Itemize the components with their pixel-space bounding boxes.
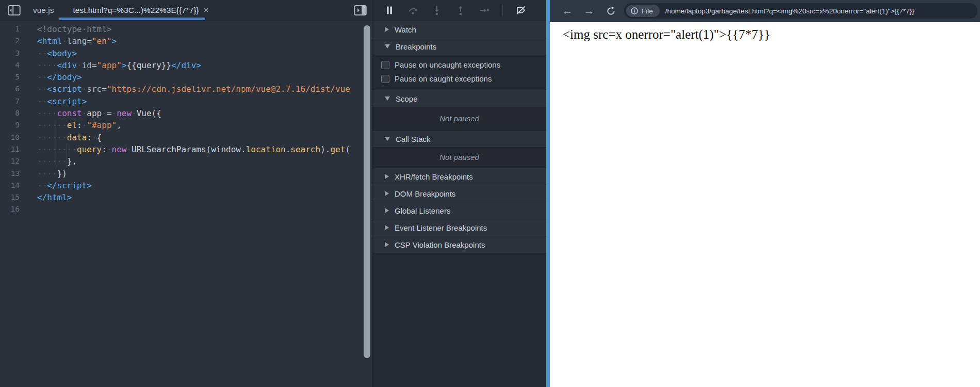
section-csp-violation-breakpoints[interactable]: CSP Violation Breakpoints (372, 236, 546, 253)
line-number[interactable]: 14 (0, 180, 20, 191)
line-number[interactable]: 10 (0, 132, 20, 143)
code-text: ··</body> (20, 71, 82, 83)
code-line[interactable]: 15</html> (0, 191, 372, 203)
code-text: <html·lang="en"> (20, 35, 117, 47)
code-text: ········query:·new·URLSearchParams(windo… (20, 143, 350, 155)
section-label: XHR/fetch Breakpoints (395, 172, 473, 181)
close-tab-icon[interactable]: × (204, 5, 209, 15)
chevron-down-icon (385, 137, 390, 141)
section-label: Breakpoints (396, 42, 436, 51)
scheme-label: File (642, 7, 653, 15)
code-text: </html> (20, 191, 72, 203)
url-text: /home/laptop3/garbage/test.html?q=<img%2… (665, 7, 914, 15)
code-line[interactable]: 9······el:·"#app", (0, 119, 372, 131)
tab-vuejs[interactable]: vue.js (22, 0, 66, 21)
reload-button[interactable] (602, 6, 619, 16)
code-text: ····}) (20, 168, 67, 180)
section-watch[interactable]: Watch (372, 21, 546, 38)
pause-caught-row[interactable]: Pause on caught exceptions (372, 72, 546, 86)
code-text: ··</script> (20, 180, 92, 191)
line-number[interactable]: 9 (0, 119, 20, 131)
line-number[interactable]: 4 (0, 59, 20, 71)
code-line[interactable]: 8····const·app·=·new·Vue({ (0, 107, 372, 119)
code-line[interactable]: 6··<script·src="https://cdn.jsdelivr.net… (0, 83, 372, 95)
chevron-right-icon (385, 225, 389, 230)
code-text: ······data:·{ (20, 132, 102, 143)
line-number[interactable]: 1 (0, 23, 20, 35)
code-line[interactable]: 1<!doctype·html> (0, 23, 372, 35)
hide-navigator-icon[interactable] (6, 3, 22, 18)
pause-icon[interactable] (384, 5, 395, 16)
pause-caught-checkbox[interactable] (381, 75, 389, 83)
line-number[interactable]: 8 (0, 107, 20, 119)
rendered-text: <img src=x onerror="alert(1)">{{7*7}} (563, 27, 980, 42)
chevron-right-icon (385, 27, 389, 32)
step-over-icon[interactable] (407, 5, 419, 16)
line-number[interactable]: 7 (0, 95, 20, 107)
section-xhr-breakpoints[interactable]: XHR/fetch Breakpoints (372, 168, 546, 185)
line-number[interactable]: 15 (0, 191, 20, 203)
section-label: Watch (395, 25, 416, 34)
code-line[interactable]: 13····}) (0, 168, 372, 180)
call-stack-status: Not paused (372, 148, 546, 168)
show-debugger-sidebar-icon[interactable] (352, 3, 368, 18)
step-icon[interactable] (479, 5, 490, 16)
chevron-down-icon (385, 44, 390, 49)
line-number[interactable]: 3 (0, 47, 20, 59)
section-breakpoints[interactable]: Breakpoints (372, 38, 546, 55)
section-dom-breakpoints[interactable]: DOM Breakpoints (372, 185, 546, 202)
scope-status: Not paused (372, 107, 546, 131)
code-line[interactable]: 12······}, (0, 155, 372, 167)
code-text: ······}, (20, 155, 77, 167)
code-line[interactable]: 10······data:·{ (0, 132, 372, 143)
code-line[interactable]: 5··</body> (0, 71, 372, 83)
code-line[interactable]: 7··<script> (0, 95, 372, 107)
browser-toolbar: ← → File /home/laptop3/garbage/test. (550, 0, 980, 22)
line-number[interactable]: 16 (0, 203, 20, 215)
code-line[interactable]: 3··<body> (0, 47, 372, 59)
breakpoints-content: Pause on uncaught exceptions Pause on ca… (372, 55, 546, 90)
section-event-listener-breakpoints[interactable]: Event Listener Breakpoints (372, 219, 546, 236)
line-number[interactable]: 11 (0, 143, 20, 155)
deactivate-breakpoints-icon[interactable] (515, 5, 527, 16)
tab-testhtml-label: test.html?q=%3C...)%22%3E{{7*7}} (73, 6, 199, 15)
line-number[interactable]: 2 (0, 35, 20, 47)
section-call-stack[interactable]: Call Stack (372, 131, 546, 148)
pause-uncaught-row[interactable]: Pause on uncaught exceptions (372, 58, 546, 72)
step-into-icon[interactable] (431, 5, 443, 16)
info-icon (631, 7, 638, 14)
section-global-listeners[interactable]: Global Listeners (372, 202, 546, 219)
code-text: ····const·app·=·new·Vue({ (20, 107, 161, 119)
pause-uncaught-checkbox[interactable] (381, 61, 389, 69)
debugger-toolbar (372, 0, 546, 21)
code-text: ··<body> (20, 47, 77, 59)
forward-button[interactable]: → (581, 5, 597, 17)
address-bar[interactable]: File /home/laptop3/garbage/test.html?q=<… (624, 3, 977, 19)
section-scope[interactable]: Scope (372, 90, 546, 107)
section-label: Event Listener Breakpoints (395, 223, 487, 232)
line-number[interactable]: 6 (0, 83, 20, 95)
chevron-right-icon (385, 191, 389, 196)
tab-vuejs-label: vue.js (33, 6, 54, 15)
checkbox-label: Pause on uncaught exceptions (395, 60, 500, 69)
code-line[interactable]: 14··</script> (0, 180, 372, 191)
code-text: ··<script·src="https://cdn.jsdelivr.net/… (20, 83, 350, 95)
code-line[interactable]: 11········query:·new·URLSearchParams(win… (0, 143, 372, 155)
code-line[interactable]: 16 (0, 203, 372, 215)
line-number[interactable]: 5 (0, 71, 20, 83)
code-editor[interactable]: 1<!doctype·html>2<html·lang="en">3··<bod… (0, 21, 372, 387)
code-line[interactable]: 2<html·lang="en"> (0, 35, 372, 47)
line-number[interactable]: 13 (0, 168, 20, 180)
step-out-icon[interactable] (455, 5, 466, 16)
back-button[interactable]: ← (559, 5, 576, 17)
site-info-chip[interactable]: File (626, 5, 660, 17)
chevron-right-icon (385, 174, 389, 179)
sources-tabbar: vue.js test.html?q=%3C...)%22%3E{{7*7}} … (0, 0, 372, 21)
indent-guide (67, 143, 67, 168)
code-line[interactable]: 4····<div·id="app">{{query}}</div> (0, 59, 372, 71)
checkbox-label: Pause on caught exceptions (395, 74, 492, 83)
editor-scrollbar[interactable] (364, 25, 370, 358)
line-number[interactable]: 12 (0, 155, 20, 167)
section-label: CSP Violation Breakpoints (395, 240, 485, 249)
indent-guide (57, 119, 57, 168)
